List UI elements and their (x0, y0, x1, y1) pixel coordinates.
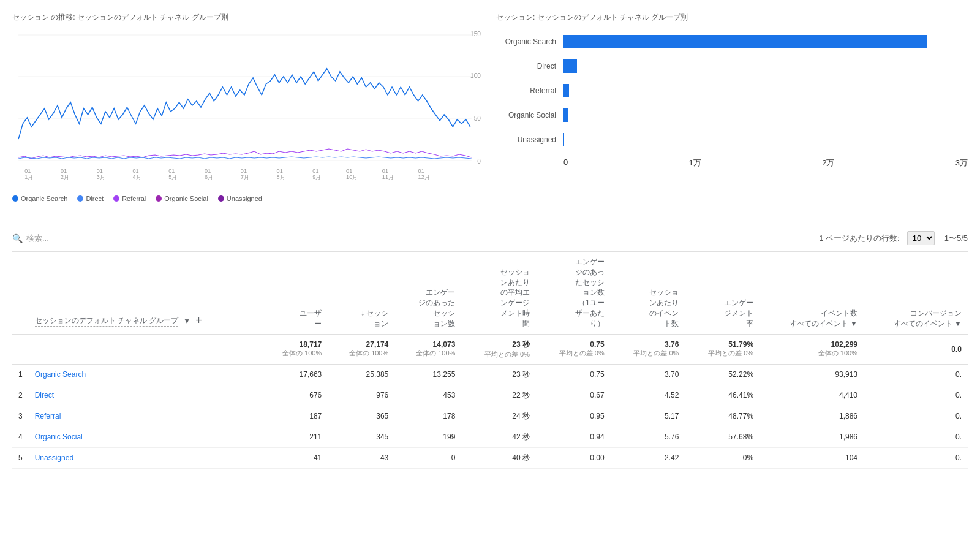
th-events-per-session: セッショ ンあたり のイベン ト数 (611, 252, 685, 334)
channel-link[interactable]: Organic Social (35, 433, 83, 441)
row-engagement-rate: 48.77% (685, 406, 760, 427)
row-users: 17,663 (261, 364, 328, 385)
bar-chart: Organic Search Direct Referral (496, 29, 968, 175)
row-users: 676 (261, 385, 328, 406)
total-engaged-sessions: 14,073 全体の 100% (394, 334, 461, 364)
rows-per-page-select[interactable]: 10 25 50 (907, 231, 935, 245)
row-channel-name: Referral (29, 406, 262, 427)
row-engaged-sessions: 178 (394, 406, 461, 427)
total-engagement-rate: 51.79% 平均との差 0% (685, 334, 760, 364)
table-row: 3 Referral 187 365 178 24 秒 0.95 5.17 48… (12, 406, 968, 427)
row-number: 4 (12, 427, 29, 447)
svg-text:01: 01 (418, 168, 424, 174)
row-events-per-session: 5.17 (611, 406, 685, 427)
row-avg-engagement: 23 秒 (461, 364, 536, 385)
legend-organic-social[interactable]: Organic Social (156, 195, 208, 202)
legend-unassigned[interactable]: Unassigned (218, 195, 262, 202)
total-event-count: 102,299 全体の 100% (760, 334, 864, 364)
legend-referral[interactable]: Referral (113, 195, 146, 202)
table-row: 4 Organic Social 211 345 199 42 秒 0.94 5… (12, 427, 968, 447)
row-engaged-per-user: 0.00 (536, 447, 611, 468)
bar-row-organic-social: Organic Social (496, 108, 968, 122)
table-row: 1 Organic Search 17,663 25,385 13,255 23… (12, 364, 968, 385)
row-number: 5 (12, 447, 29, 468)
svg-text:01: 01 (205, 168, 211, 174)
legend-organic-search[interactable]: Organic Search (12, 195, 67, 202)
search-box[interactable]: 🔍 検索... (12, 233, 49, 244)
th-engaged-per-user: エンゲー ジのあっ たセッシ ョン数 （1ユー ザーあた り） (536, 252, 611, 334)
svg-text:3月: 3月 (97, 174, 105, 180)
th-avg-engagement: セッショ ンあたり の平均エ ンゲージ メント時 間 (461, 252, 536, 334)
row-avg-engagement: 42 秒 (461, 427, 536, 447)
th-conversions: コンバージョン すべてのイベント ▼ (864, 252, 968, 334)
table-row: 2 Direct 676 976 453 22 秒 0.67 4.52 46.4… (12, 385, 968, 406)
channel-link[interactable]: Direct (35, 391, 54, 400)
row-number: 1 (12, 364, 29, 385)
svg-text:01: 01 (61, 168, 67, 174)
pagination-row: 1 ページあたりの行数: 10 25 50 1〜5/5 (819, 231, 968, 245)
svg-text:01: 01 (312, 168, 318, 174)
total-label (29, 334, 262, 364)
row-engaged-per-user: 0.95 (536, 406, 611, 427)
event-count-filter-icon[interactable]: ▼ (850, 319, 858, 328)
channel-link[interactable]: Organic Search (35, 370, 86, 379)
row-channel-name: Organic Social (29, 427, 262, 447)
row-sessions: 25,385 (328, 364, 394, 385)
row-conversions: 0. (864, 364, 968, 385)
svg-text:150: 150 (470, 31, 481, 37)
row-users: 211 (261, 427, 328, 447)
row-sessions: 976 (328, 385, 394, 406)
conversions-filter-icon[interactable]: ▼ (954, 319, 962, 328)
row-engagement-rate: 52.22% (685, 364, 760, 385)
row-channel-name: Unassigned (29, 447, 262, 468)
svg-text:4月: 4月 (133, 174, 141, 180)
legend-direct[interactable]: Direct (77, 195, 104, 202)
row-channel-name: Direct (29, 385, 262, 406)
row-conversions: 0. (864, 427, 968, 447)
th-engagement-rate: エンゲー ジメント 率 (685, 252, 760, 334)
svg-text:8月: 8月 (277, 174, 285, 180)
total-index (12, 334, 29, 364)
svg-text:01: 01 (168, 168, 175, 174)
line-chart: 150 100 50 0 01 1月 01 2月 01 3月 0 (12, 29, 484, 188)
row-event-count: 1,986 (760, 427, 864, 447)
row-sessions: 365 (328, 406, 394, 427)
bar-x-axis: 0 1万 2万 3万 (496, 157, 968, 169)
row-events-per-session: 4.52 (611, 385, 685, 406)
th-event-count: イベント数 すべてのイベント ▼ (760, 252, 864, 334)
row-number: 3 (12, 406, 29, 427)
search-placeholder: 検索... (26, 233, 49, 244)
table-row: 5 Unassigned 41 43 0 40 秒 0.00 2.42 0% 1… (12, 447, 968, 468)
svg-text:5月: 5月 (168, 174, 177, 180)
row-sessions: 43 (328, 447, 394, 468)
data-table: セッションのデフォルト チャネル グループ ▼ + ユーザ ー ↓ セッシ ョン… (12, 252, 968, 469)
row-events-per-session: 2.42 (611, 447, 685, 468)
row-event-count: 93,913 (760, 364, 864, 385)
svg-text:2月: 2月 (61, 174, 69, 180)
channel-link[interactable]: Referral (35, 412, 61, 420)
svg-text:01: 01 (133, 168, 139, 174)
svg-text:7月: 7月 (241, 174, 249, 180)
row-conversions: 0. (864, 406, 968, 427)
row-avg-engagement: 24 秒 (461, 406, 536, 427)
chart-legend: Organic Search Direct Referral Organic S… (12, 195, 484, 202)
svg-text:12月: 12月 (418, 174, 430, 180)
page-info: 1〜5/5 (944, 233, 968, 244)
bar-row-referral: Referral (496, 84, 968, 97)
row-channel-name: Organic Search (29, 364, 262, 385)
total-sessions: 27,174 全体の 100% (328, 334, 394, 364)
add-column-icon[interactable]: + (195, 313, 202, 328)
bar-chart-title: セッション: セッションのデフォルト チャネル グループ別 (496, 12, 968, 23)
row-avg-engagement: 22 秒 (461, 385, 536, 406)
svg-text:01: 01 (97, 168, 103, 174)
svg-text:1月: 1月 (24, 174, 33, 180)
filter-icon[interactable]: ▼ (183, 316, 190, 327)
row-events-per-session: 5.76 (611, 427, 685, 447)
channel-link[interactable]: Unassigned (35, 453, 74, 462)
row-event-count: 104 (760, 447, 864, 468)
svg-text:6月: 6月 (205, 174, 213, 180)
row-sessions: 345 (328, 427, 394, 447)
total-users: 18,717 全体の 100% (261, 334, 328, 364)
th-users: ユーザ ー (261, 252, 328, 334)
search-icon: 🔍 (12, 233, 23, 243)
